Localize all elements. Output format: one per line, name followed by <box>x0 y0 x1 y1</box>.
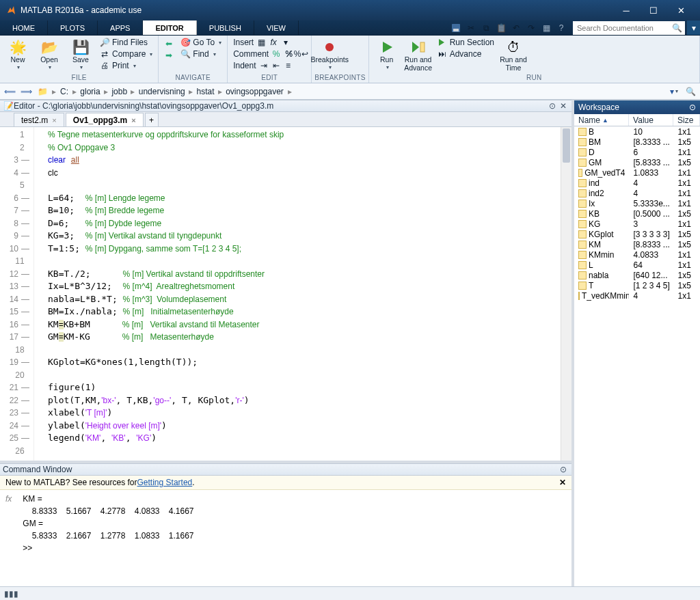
workspace-variable-row[interactable]: L641x1 <box>574 260 700 270</box>
variable-value: 1.0833 <box>629 168 673 178</box>
workspace-variable-row[interactable]: ind241x1 <box>574 188 700 198</box>
run-button[interactable]: Run <box>372 37 402 72</box>
close-icon[interactable]: × <box>131 116 135 124</box>
run-and-advance-button[interactable]: Run and Advance <box>403 37 433 73</box>
document-tab[interactable]: Ov1_oppg3.m× <box>66 113 144 126</box>
print-button[interactable]: 🖨Print <box>97 60 155 71</box>
command-window-body[interactable]: fx KM = 8.8333 5.1667 4.2778 4.0833 4.16… <box>0 490 571 586</box>
workspace-variable-row[interactable]: KMmin4.08331x1 <box>574 249 700 260</box>
paste-icon[interactable]: 📋 <box>495 22 507 34</box>
workspace-variable-row[interactable]: T[1 2 3 4 5]1x5 <box>574 280 700 290</box>
variable-value: 4 <box>629 178 673 188</box>
copy-icon[interactable]: ⧉ <box>480 22 492 34</box>
insert-button[interactable]: Insert ▦ fx ▾ <box>230 37 308 48</box>
open-button[interactable]: 📂 Open <box>34 37 64 72</box>
variable-icon <box>578 189 587 197</box>
workspace-variable-row[interactable]: KM[8.8333 ...1x5 <box>574 239 700 249</box>
run-and-time-button[interactable]: ⏱ Run and Time <box>498 37 528 73</box>
toolstrip-tab-apps[interactable]: APPS <box>98 21 143 35</box>
code-area[interactable]: % Tegne metasenterkurve og oppdriftskurv… <box>34 127 561 461</box>
workspace-variable-row[interactable]: B101x1 <box>574 126 700 137</box>
variable-size: 1x5 <box>674 230 701 239</box>
toolstrip-menu-button[interactable]: ▾ <box>686 21 700 35</box>
advance-button[interactable]: ⏭Advance <box>435 49 497 59</box>
search-documentation-input[interactable] <box>573 23 669 33</box>
minimize-button[interactable]: ─ <box>612 0 640 21</box>
editor-scrollbar[interactable] <box>561 127 571 461</box>
workspace-variable-row[interactable]: BM[8.3333 ...1x5 <box>574 137 700 147</box>
workspace-variable-row[interactable]: ind41x1 <box>574 178 700 188</box>
close-icon[interactable]: × <box>52 116 56 124</box>
nav-forward-button[interactable]: ⟹ <box>19 85 33 98</box>
svg-marker-2 <box>383 42 392 53</box>
new-button[interactable]: 🌟 New <box>3 37 33 72</box>
getting-started-link[interactable]: Getting Started <box>137 478 193 487</box>
cut-icon[interactable]: ✂ <box>465 22 477 34</box>
addr-dropdown-button[interactable]: ▾ <box>667 85 681 98</box>
breadcrumb[interactable]: ▸ C: ▸ gloria ▸ jobb ▸ undervisning ▸ hs… <box>52 87 292 96</box>
variable-name: T <box>589 281 593 290</box>
save-button[interactable]: 💾 Save <box>66 37 96 72</box>
folder-up-button[interactable]: 📁 <box>36 85 49 98</box>
save-icon[interactable] <box>450 22 462 34</box>
toolstrip-tab-plots[interactable]: PLOTS <box>48 21 98 35</box>
toolstrip-tab-view[interactable]: VIEW <box>254 21 299 35</box>
nav-fwd-button[interactable]: ➡ <box>161 50 176 61</box>
compare-button[interactable]: ⇄Compare <box>97 49 155 59</box>
toolstrip-tab-publish[interactable]: PUBLISH <box>197 21 254 35</box>
toolstrip-tab-editor[interactable]: EDITOR <box>143 21 196 35</box>
maximize-button[interactable]: ☐ <box>640 0 667 21</box>
variable-icon <box>578 292 580 300</box>
workspace-variable-row[interactable]: KGplot[3 3 3 3 3]1x5 <box>574 229 700 239</box>
breadcrumb-segment[interactable]: undervisning <box>137 87 187 96</box>
indent-button[interactable]: Indent ⇥ ⇤ ≡ <box>230 60 308 71</box>
panel-menu-button[interactable]: ⊙ <box>547 101 558 111</box>
command-window-header: Command Window ⊙ <box>0 463 571 476</box>
workspace-variable-row[interactable]: nabla[640 12...1x5 <box>574 270 700 280</box>
workspace-column-headers[interactable]: Name ▲ Value Size <box>574 114 700 126</box>
breadcrumb-segment[interactable]: gloria <box>79 87 101 96</box>
undo-icon[interactable]: ↶ <box>510 22 522 34</box>
scrollbar-thumb[interactable] <box>563 128 570 163</box>
find-button[interactable]: 🔍Find <box>178 49 224 59</box>
breadcrumb-segment[interactable]: ovingsoppgaver <box>224 87 285 96</box>
close-button[interactable]: ✕ <box>667 0 695 21</box>
toolstrip-tab-home[interactable]: HOME <box>0 21 48 35</box>
new-document-tab-button[interactable]: + <box>145 113 159 126</box>
indent-right-icon: ⇥ <box>259 61 269 70</box>
nav-back-button[interactable]: ⟸ <box>3 85 16 98</box>
code-editor[interactable]: 1 2 3—4—5 6—7—8—9—10—11 12—13—14—15—16—1… <box>0 127 571 461</box>
workspace-variable-row[interactable]: D61x1 <box>574 147 700 157</box>
workspace-variable-row[interactable]: KB[0.5000 ...1x5 <box>574 208 700 219</box>
document-tab[interactable]: test2.m× <box>14 113 64 126</box>
col-size[interactable]: Size <box>673 114 700 126</box>
col-value[interactable]: Value <box>629 114 673 126</box>
breadcrumb-segment[interactable]: jobb <box>110 87 129 96</box>
goto-button[interactable]: 🎯Go To <box>178 37 224 48</box>
command-output[interactable]: KM = 8.8333 5.1667 4.2778 4.0833 4.1667 … <box>21 493 566 584</box>
panel-close-button[interactable]: ✕ <box>558 101 569 111</box>
workspace-variable-row[interactable]: GM[5.8333 ...1x5 <box>574 157 700 167</box>
variable-size: 1x5 <box>674 209 701 219</box>
col-name[interactable]: Name ▲ <box>574 114 629 126</box>
search-addr-button[interactable]: 🔍 <box>684 85 697 98</box>
workspace-variable-row[interactable]: KG31x1 <box>574 219 700 229</box>
nav-back-button[interactable]: ⬅ <box>161 38 176 49</box>
panel-menu-button[interactable]: ⊙ <box>689 103 696 112</box>
search-documentation[interactable]: 🔍 <box>573 21 685 35</box>
panel-menu-button[interactable]: ⊙ <box>558 465 569 474</box>
redo-icon[interactable]: ↷ <box>525 22 537 34</box>
workspace-variable-row[interactable]: Ix5.3333e...1x1 <box>574 198 700 208</box>
workspace-variable-row[interactable]: T_vedKMmin41x1 <box>574 290 700 301</box>
workspace-variable-row[interactable]: GM_vedT41.08331x1 <box>574 167 700 178</box>
search-icon[interactable]: 🔍 <box>669 23 685 33</box>
banner-close-button[interactable]: ✕ <box>559 478 566 487</box>
help-icon[interactable]: ? <box>555 22 567 34</box>
breadcrumb-drive[interactable]: C: <box>59 87 70 96</box>
breakpoints-button[interactable]: Breakpoints <box>314 37 345 72</box>
comment-button[interactable]: Comment % %̸ %↩ <box>230 49 308 59</box>
layout-icon[interactable]: ▦ <box>540 22 552 34</box>
breadcrumb-segment[interactable]: hstat <box>195 87 215 96</box>
run-section-button[interactable]: Run Section <box>435 37 497 48</box>
find-files-button[interactable]: 🔎Find Files <box>97 37 155 48</box>
